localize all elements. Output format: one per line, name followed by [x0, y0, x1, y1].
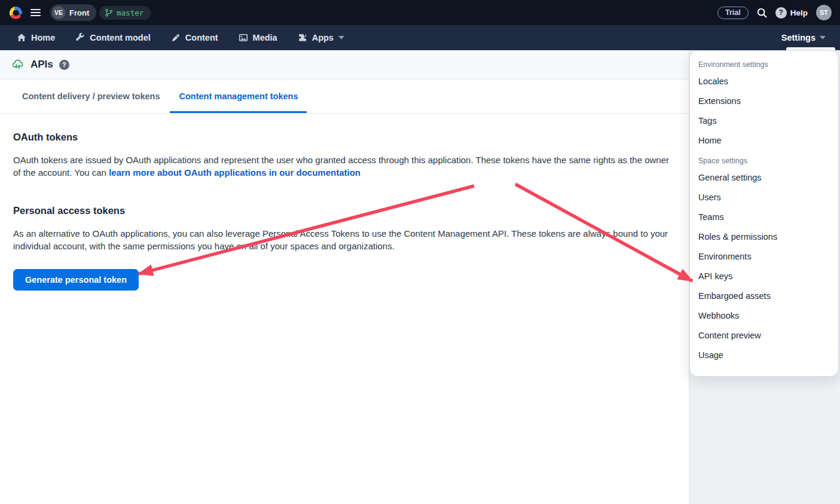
environment-name: master [117, 8, 143, 17]
menu-item-tags[interactable]: Tags [690, 111, 838, 131]
menu-item-content-preview[interactable]: Content preview [690, 326, 838, 346]
token-tabs: Content delivery / preview tokens Conten… [0, 80, 689, 114]
oauth-docs-link[interactable]: learn more about OAuth applications in o… [109, 167, 361, 178]
page-help-icon[interactable]: ? [59, 60, 69, 70]
space-switcher[interactable]: VE Front [50, 4, 96, 21]
trial-badge[interactable]: Trial [717, 7, 749, 19]
menu-item-locales[interactable]: Locales [690, 72, 838, 91]
home-icon [17, 33, 26, 42]
settings-dropdown-menu: Environment settings Locales Extensions … [689, 50, 839, 377]
menu-item-home[interactable]: Home [690, 131, 838, 151]
nav-label: Content model [90, 33, 151, 42]
menu-item-api-keys[interactable]: API keys [690, 267, 838, 286]
menu-item-usage[interactable]: Usage [690, 346, 838, 365]
menu-item-teams[interactable]: Teams [690, 207, 838, 227]
settings-label: Settings [781, 33, 815, 42]
generate-personal-token-button[interactable]: Generate personal token [13, 269, 139, 291]
nav-item-content-model[interactable]: Content model [75, 33, 151, 42]
nav-label: Media [253, 33, 277, 42]
main-nav-bar: Home Content model Content Media [0, 25, 840, 50]
menu-item-webhooks[interactable]: Webhooks [690, 306, 838, 326]
hamburger-menu-icon[interactable] [30, 9, 41, 17]
nav-item-settings[interactable]: Settings [781, 33, 832, 42]
nav-label: Content [185, 33, 218, 42]
personal-access-tokens-description: As an alternative to OAuth applications,… [13, 228, 674, 252]
menu-item-extensions[interactable]: Extensions [690, 91, 838, 111]
org-badge: VE [52, 6, 65, 19]
wrench-icon [75, 33, 85, 42]
avatar[interactable]: ST [816, 5, 832, 20]
menu-item-embargoed-assets[interactable]: Embargoed assets [690, 286, 838, 306]
search-icon[interactable] [757, 8, 767, 18]
top-bar: VE Front master Trial ? Help ST [0, 0, 840, 25]
nav-label: Apps [312, 33, 334, 42]
branch-icon [105, 8, 113, 17]
personal-access-tokens-section: Personal access tokens As an alternative… [13, 205, 676, 291]
media-icon [239, 33, 248, 42]
space-name: Front [69, 8, 89, 17]
nav-item-content[interactable]: Content [171, 33, 218, 42]
oauth-tokens-section: OAuth tokens OAuth tokens are issued by … [13, 132, 676, 179]
nav-label: Home [31, 33, 55, 42]
page-title: APIs [30, 59, 53, 71]
oauth-tokens-heading: OAuth tokens [13, 132, 676, 143]
page-header: APIs ? [0, 50, 689, 80]
apps-icon [298, 33, 307, 42]
apis-cloud-icon [12, 59, 25, 71]
tab-content-management-tokens[interactable]: Content management tokens [170, 80, 307, 113]
help-menu[interactable]: ? Help [775, 7, 808, 19]
pen-icon [171, 33, 181, 42]
question-icon: ? [775, 7, 787, 19]
menu-item-general-settings[interactable]: General settings [690, 168, 838, 188]
menu-item-roles-permissions[interactable]: Roles & permissions [690, 227, 838, 247]
oauth-tokens-description: OAuth tokens are issued by OAuth applica… [13, 154, 674, 179]
menu-item-environments[interactable]: Environments [690, 247, 838, 267]
contentful-logo[interactable] [8, 5, 23, 20]
chevron-down-icon [338, 36, 344, 39]
nav-item-home[interactable]: Home [17, 33, 55, 42]
chevron-down-icon [820, 36, 826, 39]
menu-section-environment-settings: Environment settings [690, 54, 838, 72]
personal-access-tokens-heading: Personal access tokens [13, 205, 676, 216]
menu-section-space-settings: Space settings [690, 151, 838, 168]
nav-item-media[interactable]: Media [239, 33, 277, 42]
tab-content-delivery-preview-tokens[interactable]: Content delivery / preview tokens [13, 80, 169, 113]
environment-switcher[interactable]: master [99, 6, 151, 20]
menu-item-users[interactable]: Users [690, 188, 838, 207]
help-label: Help [790, 8, 808, 17]
nav-item-apps[interactable]: Apps [298, 33, 344, 42]
